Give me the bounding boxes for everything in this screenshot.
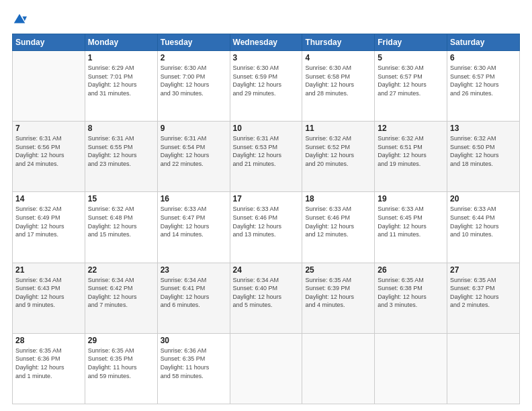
day-info: Sunrise: 6:30 AM Sunset: 6:57 PM Dayligh…	[450, 64, 517, 97]
calendar-cell: 12Sunrise: 6:32 AM Sunset: 6:51 PM Dayli…	[375, 122, 447, 192]
calendar-cell: 20Sunrise: 6:33 AM Sunset: 6:44 PM Dayli…	[447, 192, 520, 263]
day-number: 5	[378, 53, 444, 62]
calendar-cell: 4Sunrise: 6:30 AM Sunset: 6:58 PM Daylig…	[302, 51, 375, 122]
calendar-cell: 25Sunrise: 6:35 AM Sunset: 6:39 PM Dayli…	[302, 263, 375, 333]
weekday-header: Sunday	[13, 34, 85, 51]
day-info: Sunrise: 6:32 AM Sunset: 6:52 PM Dayligh…	[305, 134, 371, 168]
calendar-cell: 21Sunrise: 6:34 AM Sunset: 6:43 PM Dayli…	[13, 263, 85, 333]
calendar-cell: 23Sunrise: 6:34 AM Sunset: 6:41 PM Dayli…	[157, 263, 230, 333]
day-info: Sunrise: 6:30 AM Sunset: 7:00 PM Dayligh…	[161, 64, 227, 97]
calendar-cell	[302, 333, 375, 404]
calendar-cell: 3Sunrise: 6:30 AM Sunset: 6:59 PM Daylig…	[230, 51, 302, 122]
calendar-cell: 17Sunrise: 6:33 AM Sunset: 6:46 PM Dayli…	[230, 192, 302, 263]
calendar-cell: 15Sunrise: 6:32 AM Sunset: 6:48 PM Dayli…	[85, 192, 157, 263]
day-info: Sunrise: 6:32 AM Sunset: 6:48 PM Dayligh…	[88, 205, 154, 238]
calendar-cell: 1Sunrise: 6:29 AM Sunset: 7:01 PM Daylig…	[85, 51, 157, 122]
day-number: 9	[161, 124, 227, 133]
calendar-cell: 5Sunrise: 6:30 AM Sunset: 6:57 PM Daylig…	[375, 51, 447, 122]
calendar-cell	[13, 51, 85, 122]
day-info: Sunrise: 6:35 AM Sunset: 6:36 PM Dayligh…	[15, 347, 82, 380]
day-number: 17	[233, 194, 300, 203]
day-number: 27	[450, 265, 517, 275]
day-info: Sunrise: 6:36 AM Sunset: 6:35 PM Dayligh…	[161, 347, 227, 380]
logo	[12, 12, 30, 27]
day-number: 28	[15, 336, 82, 345]
day-number: 7	[15, 124, 82, 133]
calendar-cell: 27Sunrise: 6:35 AM Sunset: 6:37 PM Dayli…	[447, 263, 520, 333]
day-info: Sunrise: 6:29 AM Sunset: 7:01 PM Dayligh…	[88, 64, 154, 97]
day-info: Sunrise: 6:35 AM Sunset: 6:38 PM Dayligh…	[378, 276, 444, 310]
day-number: 13	[450, 124, 517, 133]
weekday-header: Thursday	[302, 34, 375, 51]
day-number: 11	[305, 124, 371, 133]
weekday-header: Monday	[85, 34, 157, 51]
day-number: 3	[233, 53, 300, 62]
svg-marker-0	[14, 14, 26, 24]
calendar-cell: 30Sunrise: 6:36 AM Sunset: 6:35 PM Dayli…	[157, 333, 230, 404]
day-number: 18	[305, 194, 371, 203]
calendar-cell: 18Sunrise: 6:33 AM Sunset: 6:46 PM Dayli…	[302, 192, 375, 263]
calendar-cell	[447, 333, 520, 404]
weekday-header: Tuesday	[157, 34, 230, 51]
day-number: 6	[450, 53, 517, 62]
day-number: 25	[305, 265, 371, 275]
calendar-cell: 26Sunrise: 6:35 AM Sunset: 6:38 PM Dayli…	[375, 263, 447, 333]
day-info: Sunrise: 6:31 AM Sunset: 6:55 PM Dayligh…	[88, 134, 154, 168]
day-number: 29	[88, 336, 154, 345]
day-number: 20	[450, 194, 517, 203]
calendar-cell: 24Sunrise: 6:34 AM Sunset: 6:40 PM Dayli…	[230, 263, 302, 333]
calendar-table: SundayMondayTuesdayWednesdayThursdayFrid…	[12, 34, 520, 404]
day-info: Sunrise: 6:31 AM Sunset: 6:53 PM Dayligh…	[233, 134, 300, 168]
day-number: 14	[15, 194, 82, 203]
calendar-cell: 13Sunrise: 6:32 AM Sunset: 6:50 PM Dayli…	[447, 122, 520, 192]
calendar-cell: 29Sunrise: 6:35 AM Sunset: 6:35 PM Dayli…	[85, 333, 157, 404]
day-number: 19	[378, 194, 444, 203]
calendar-week-row: 14Sunrise: 6:32 AM Sunset: 6:49 PM Dayli…	[13, 192, 520, 263]
weekday-header: Friday	[375, 34, 447, 51]
calendar-cell: 8Sunrise: 6:31 AM Sunset: 6:55 PM Daylig…	[85, 122, 157, 192]
calendar-cell: 14Sunrise: 6:32 AM Sunset: 6:49 PM Dayli…	[13, 192, 85, 263]
calendar-cell: 10Sunrise: 6:31 AM Sunset: 6:53 PM Dayli…	[230, 122, 302, 192]
page: SundayMondayTuesdayWednesdayThursdayFrid…	[0, 0, 532, 411]
calendar-cell: 6Sunrise: 6:30 AM Sunset: 6:57 PM Daylig…	[447, 51, 520, 122]
day-info: Sunrise: 6:30 AM Sunset: 6:59 PM Dayligh…	[233, 64, 300, 97]
calendar-cell: 11Sunrise: 6:32 AM Sunset: 6:52 PM Dayli…	[302, 122, 375, 192]
day-info: Sunrise: 6:34 AM Sunset: 6:40 PM Dayligh…	[233, 276, 300, 310]
day-number: 4	[305, 53, 371, 62]
day-info: Sunrise: 6:35 AM Sunset: 6:35 PM Dayligh…	[88, 347, 154, 380]
day-info: Sunrise: 6:35 AM Sunset: 6:37 PM Dayligh…	[450, 276, 517, 310]
day-info: Sunrise: 6:31 AM Sunset: 6:54 PM Dayligh…	[161, 134, 227, 168]
day-number: 10	[233, 124, 300, 133]
calendar-cell	[375, 333, 447, 404]
weekday-header: Saturday	[447, 34, 520, 51]
calendar-cell: 7Sunrise: 6:31 AM Sunset: 6:56 PM Daylig…	[13, 122, 85, 192]
day-info: Sunrise: 6:33 AM Sunset: 6:46 PM Dayligh…	[305, 205, 371, 238]
day-number: 21	[15, 265, 82, 275]
day-info: Sunrise: 6:33 AM Sunset: 6:45 PM Dayligh…	[378, 205, 444, 238]
calendar-week-row: 21Sunrise: 6:34 AM Sunset: 6:43 PM Dayli…	[13, 263, 520, 333]
calendar-header-row: SundayMondayTuesdayWednesdayThursdayFrid…	[13, 34, 520, 51]
day-info: Sunrise: 6:32 AM Sunset: 6:49 PM Dayligh…	[15, 205, 82, 238]
calendar-cell: 2Sunrise: 6:30 AM Sunset: 7:00 PM Daylig…	[157, 51, 230, 122]
header	[12, 12, 520, 27]
day-number: 12	[378, 124, 444, 133]
day-info: Sunrise: 6:35 AM Sunset: 6:39 PM Dayligh…	[305, 276, 371, 310]
day-number: 22	[88, 265, 154, 275]
day-info: Sunrise: 6:30 AM Sunset: 6:58 PM Dayligh…	[305, 64, 371, 97]
calendar-cell: 28Sunrise: 6:35 AM Sunset: 6:36 PM Dayli…	[13, 333, 85, 404]
day-number: 8	[88, 124, 154, 133]
day-info: Sunrise: 6:32 AM Sunset: 6:51 PM Dayligh…	[378, 134, 444, 168]
day-number: 23	[161, 265, 227, 275]
calendar-week-row: 1Sunrise: 6:29 AM Sunset: 7:01 PM Daylig…	[13, 51, 520, 122]
day-info: Sunrise: 6:34 AM Sunset: 6:42 PM Dayligh…	[88, 276, 154, 310]
calendar-week-row: 28Sunrise: 6:35 AM Sunset: 6:36 PM Dayli…	[13, 333, 520, 404]
day-info: Sunrise: 6:34 AM Sunset: 6:41 PM Dayligh…	[161, 276, 227, 310]
day-number: 16	[161, 194, 227, 203]
day-number: 30	[161, 336, 227, 345]
calendar-cell: 16Sunrise: 6:33 AM Sunset: 6:47 PM Dayli…	[157, 192, 230, 263]
logo-icon	[12, 12, 27, 27]
day-number: 15	[88, 194, 154, 203]
calendar-cell: 9Sunrise: 6:31 AM Sunset: 6:54 PM Daylig…	[157, 122, 230, 192]
day-info: Sunrise: 6:30 AM Sunset: 6:57 PM Dayligh…	[378, 64, 444, 97]
day-info: Sunrise: 6:31 AM Sunset: 6:56 PM Dayligh…	[15, 134, 82, 168]
